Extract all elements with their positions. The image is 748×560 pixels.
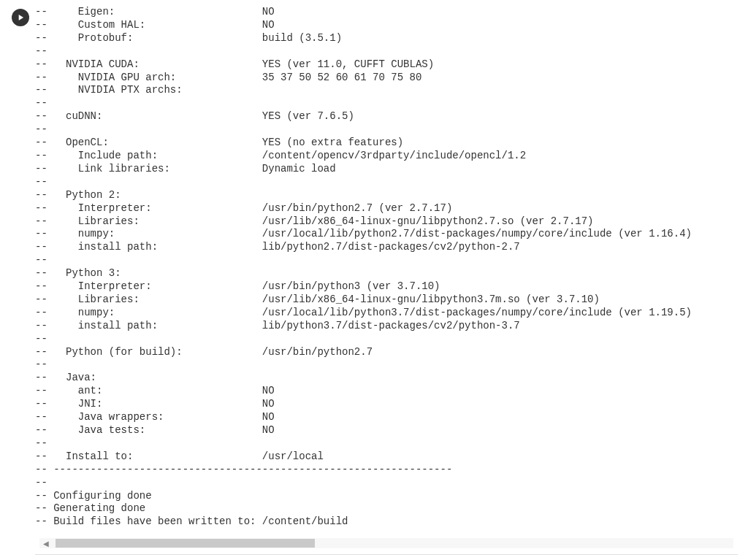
play-icon (15, 12, 26, 23)
scroll-left-arrow-icon[interactable]: ◀ (39, 538, 53, 548)
horizontal-scroll-thumb[interactable] (56, 539, 315, 548)
cell-bottom-border (35, 554, 738, 560)
cell-output: -- Eigen: NO -- Custom HAL: NO -- Protob… (35, 6, 738, 538)
cell-gutter (6, 6, 35, 560)
run-cell-button[interactable] (12, 9, 29, 26)
horizontal-scrollbar-area: ◀ (35, 538, 738, 554)
notebook-cell: -- Eigen: NO -- Custom HAL: NO -- Protob… (0, 0, 748, 560)
output-wrap: -- Eigen: NO -- Custom HAL: NO -- Protob… (35, 6, 748, 560)
horizontal-scrollbar[interactable]: ◀ (39, 538, 733, 548)
